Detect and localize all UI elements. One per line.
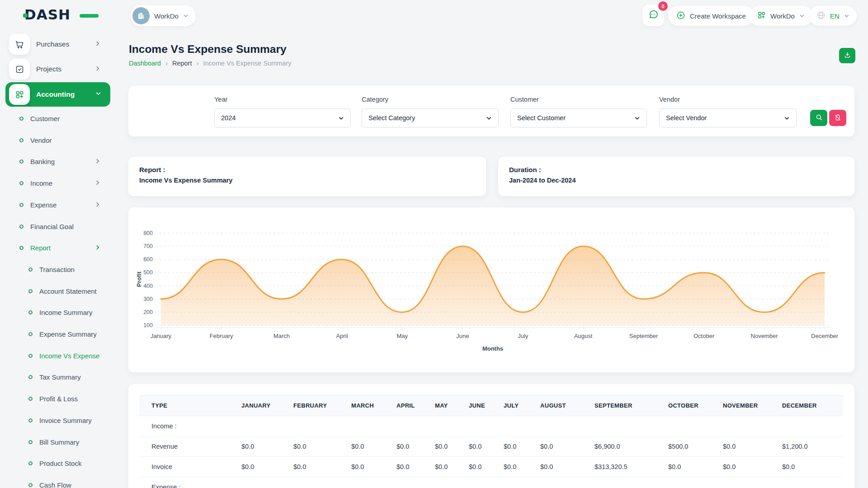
sidebar-item-income[interactable]: Income bbox=[0, 174, 114, 192]
search-icon bbox=[815, 113, 823, 122]
donut-circle-icon bbox=[28, 288, 33, 294]
chevron-down-icon bbox=[183, 13, 189, 19]
globe-icon bbox=[816, 11, 826, 21]
sidebar-item-bill-summary[interactable]: Bill Summary bbox=[0, 433, 114, 451]
chevron-down-icon bbox=[338, 115, 344, 121]
sidebar-item-product-stock[interactable]: Product Stock bbox=[0, 454, 114, 472]
svg-text:800: 800 bbox=[143, 230, 153, 236]
workspace-selector[interactable]: WorkDo bbox=[130, 5, 196, 26]
svg-text:June: June bbox=[456, 333, 469, 339]
language-selector[interactable]: EN bbox=[809, 6, 857, 26]
income-expense-table: TYPEJANUARYFEBRUARYMARCHAPRILMAYJUNEJULY… bbox=[139, 395, 844, 488]
sidebar-item-purchases[interactable]: Purchases bbox=[0, 33, 114, 55]
column-header-december: DECEMBER bbox=[782, 395, 844, 416]
reset-filter-button[interactable] bbox=[829, 110, 846, 126]
page-title: Income Vs Expense Summary bbox=[129, 43, 287, 56]
cell-value: $0.0 bbox=[469, 436, 504, 457]
clipboard-slash-icon bbox=[834, 114, 841, 122]
cell-value: $0.0 bbox=[435, 457, 469, 477]
sidebar-item-transaction[interactable]: Transaction bbox=[0, 260, 114, 278]
donut-circle-icon bbox=[28, 396, 33, 402]
report-value: Income Vs Expense Summary bbox=[139, 177, 475, 184]
cell-value: $0.0 bbox=[668, 457, 723, 477]
breadcrumb-current: Income Vs Expense Summary bbox=[203, 60, 291, 67]
sidebar-item-accounting[interactable]: Accounting bbox=[5, 82, 110, 107]
breadcrumb-dashboard[interactable]: Dashboard bbox=[129, 60, 161, 67]
customer-filter-label: Customer bbox=[510, 96, 539, 103]
chevron-down-icon bbox=[486, 115, 492, 121]
customer-select[interactable]: Select Customer bbox=[510, 108, 647, 127]
cell-value: $0.0 bbox=[241, 436, 293, 457]
category-filter-label: Category bbox=[362, 96, 388, 103]
app-logo[interactable]: DASH bbox=[24, 6, 92, 24]
cell-value: $0.0 bbox=[351, 457, 396, 477]
workspace-name: WorkDo bbox=[154, 12, 179, 20]
table-row-invoice: Invoice$0.0$0.0$0.0$0.0$0.0$0.0$0.0$0.0$… bbox=[139, 457, 844, 477]
sidebar-item-profit-loss[interactable]: Profit & Loss bbox=[0, 389, 114, 408]
sidebar-item-report[interactable]: Report bbox=[0, 239, 114, 257]
chevron-right-icon: › bbox=[196, 59, 198, 67]
vendor-select[interactable]: Select Vendor bbox=[659, 108, 797, 127]
svg-text:January: January bbox=[151, 333, 172, 339]
svg-text:200: 200 bbox=[143, 309, 153, 315]
cell-value: $0.0 bbox=[782, 457, 844, 477]
donut-circle-icon bbox=[28, 418, 33, 423]
category-select[interactable]: Select Category bbox=[362, 108, 499, 127]
svg-text:300: 300 bbox=[143, 296, 153, 302]
svg-text:May: May bbox=[397, 333, 408, 339]
sidebar-item-financial-goal[interactable]: Financial Goal bbox=[0, 217, 114, 235]
sidebar-item-label: Report bbox=[30, 244, 95, 252]
sidebar-item-invoice-summary[interactable]: Invoice Summary bbox=[0, 411, 114, 429]
logo-accent-bar bbox=[80, 14, 99, 18]
sidebar-item-cash-flow[interactable]: Cash Flow bbox=[0, 476, 114, 488]
sidebar-item-label: Tax Summary bbox=[39, 373, 114, 381]
messages-button[interactable]: 0 bbox=[642, 5, 664, 26]
download-button[interactable] bbox=[839, 48, 855, 63]
apply-filter-button[interactable] bbox=[810, 110, 827, 126]
category-select-value: Select Category bbox=[368, 114, 415, 122]
column-header-march: MARCH bbox=[351, 395, 396, 416]
cell-value: $313,320.5 bbox=[594, 457, 668, 477]
logo-accent-dot bbox=[23, 14, 28, 18]
sidebar-item-projects[interactable]: Projects bbox=[0, 58, 114, 80]
column-header-february: FEBRUARY bbox=[293, 395, 351, 416]
workdo-menu-button[interactable]: WorkDo bbox=[749, 6, 813, 26]
chevron-down-icon bbox=[634, 115, 640, 121]
cell-value: $0.0 bbox=[723, 457, 782, 477]
sidebar-item-income-summary[interactable]: Income Summary bbox=[0, 303, 114, 321]
sidebar-item-expense[interactable]: Expense bbox=[0, 196, 114, 214]
sidebar-item-income-vs-expense[interactable]: Income Vs Expense bbox=[0, 347, 114, 365]
sidebar-item-expense-summary[interactable]: Expense Summary bbox=[0, 325, 114, 343]
duration-label: Duration : bbox=[509, 166, 844, 174]
sidebar-item-banking[interactable]: Banking bbox=[0, 152, 114, 170]
sidebar-item-label: Expense Summary bbox=[39, 330, 114, 338]
cell-value: $0.0 bbox=[540, 436, 594, 457]
row-label: Revenue bbox=[139, 436, 241, 457]
svg-text:600: 600 bbox=[143, 256, 153, 263]
svg-text:700: 700 bbox=[143, 243, 153, 249]
create-workspace-button[interactable]: Create Workspace bbox=[668, 6, 754, 26]
cell-value: $500.0 bbox=[668, 436, 723, 457]
cell-value: $0.0 bbox=[396, 457, 435, 477]
chevron-down-icon bbox=[799, 13, 805, 19]
vendor-filter-label: Vendor bbox=[659, 96, 680, 103]
sidebar-item-label: Income Vs Expense bbox=[39, 352, 114, 360]
workspace-avatar building-icon bbox=[132, 7, 150, 24]
sidebar-item-vendor[interactable]: Vendor bbox=[0, 131, 114, 149]
table-row-revenue: Revenue$0.0$0.0$0.0$0.0$0.0$0.0$0.0$0.0$… bbox=[139, 436, 844, 457]
sidebar-item-tax-summary[interactable]: Tax Summary bbox=[0, 368, 114, 386]
donut-circle-icon bbox=[19, 180, 24, 186]
sidebar-item-customer[interactable]: Customer bbox=[0, 109, 114, 127]
svg-text:December: December bbox=[811, 333, 839, 339]
duration-value: Jan-2024 to Dec-2024 bbox=[509, 177, 844, 184]
breadcrumb-report[interactable]: Report bbox=[172, 60, 192, 67]
svg-text:400: 400 bbox=[143, 283, 153, 289]
svg-text:500: 500 bbox=[143, 269, 153, 276]
table-card: TYPEJANUARYFEBRUARYMARCHAPRILMAYJUNEJULY… bbox=[128, 384, 854, 488]
chevron-right-icon bbox=[95, 244, 101, 252]
sidebar-item-account-statement[interactable]: Account Statement bbox=[0, 282, 114, 300]
year-select[interactable]: 2024 bbox=[214, 108, 351, 127]
chevron-right-icon bbox=[95, 179, 101, 187]
check-square-icon bbox=[9, 59, 30, 80]
row-label: Invoice bbox=[139, 457, 241, 477]
